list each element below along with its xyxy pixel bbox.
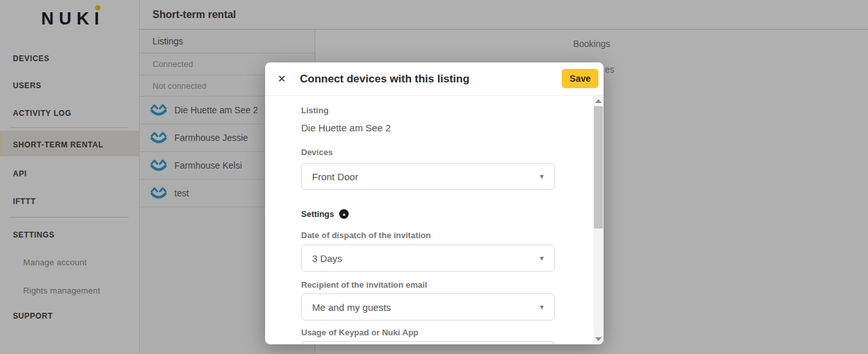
dispatch-date-label: Date of dispatch of the invitation (301, 230, 555, 240)
settings-label: Settings (301, 209, 334, 219)
keypad-usage-dropdown[interactable] (301, 341, 555, 344)
scroll-up-icon[interactable] (595, 99, 602, 103)
modal-header: ✕ Connect devices with this listing Save (265, 62, 604, 96)
recipient-label: Recipient of the invitation email (301, 280, 555, 290)
dispatch-date-dropdown[interactable]: 3 Days ▾ (301, 245, 555, 272)
save-button[interactable]: Save (562, 69, 598, 88)
chevron-down-icon: ▾ (540, 254, 544, 263)
close-icon[interactable]: ✕ (274, 71, 290, 87)
dispatch-date-dropdown-value: 3 Days (312, 253, 342, 264)
listing-value: Die Huette am See 2 (301, 122, 555, 134)
scrollbar-thumb[interactable] (594, 106, 603, 228)
modal-body: Listing Die Huette am See 2 Devices Fron… (265, 96, 593, 344)
scroll-down-icon[interactable] (595, 337, 602, 341)
modal-scrollbar[interactable] (593, 96, 604, 344)
keypad-usage-label: Usage of Keypad or Nuki App (301, 328, 555, 337)
chevron-down-icon: ▾ (540, 303, 544, 312)
devices-label: Devices (301, 147, 555, 157)
chevron-down-icon: ▾ (540, 172, 544, 181)
recipient-dropdown[interactable]: Me and my guests ▾ (301, 293, 555, 321)
settings-section-header: Settings ▲ (301, 209, 593, 219)
recipient-dropdown-value: Me and my guests (312, 302, 391, 313)
modal-title: Connect devices with this listing (300, 73, 470, 86)
listing-label: Listing (301, 106, 555, 115)
collapse-section-icon[interactable]: ▲ (339, 209, 349, 219)
devices-dropdown[interactable]: Front Door ▾ (301, 163, 555, 190)
devices-dropdown-value: Front Door (312, 171, 358, 182)
connect-devices-modal: ✕ Connect devices with this listing Save… (265, 62, 604, 344)
